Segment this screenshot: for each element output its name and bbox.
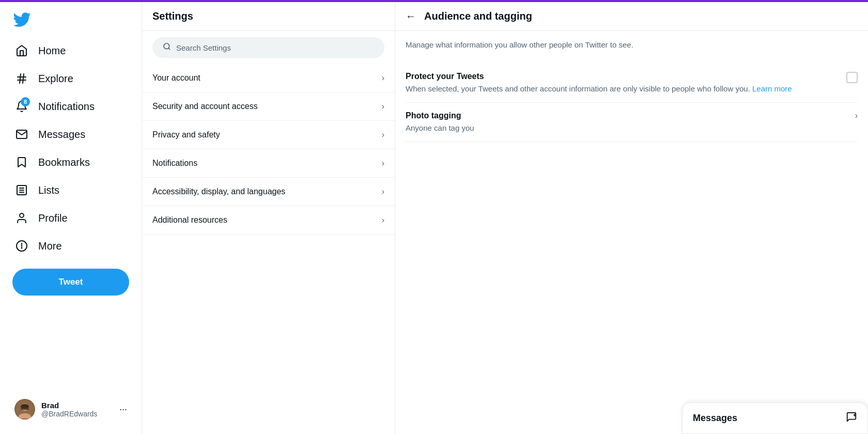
more-label: More [38, 240, 62, 252]
nav-item-more[interactable]: More [6, 233, 135, 259]
protect-tweets-info: Protect your Tweets When selected, your … [406, 72, 838, 94]
settings-item-additional[interactable]: Additional resources › [142, 206, 395, 235]
nav-item-home[interactable]: Home [6, 37, 135, 64]
settings-item-privacy[interactable]: Privacy and safety › [142, 121, 395, 149]
chevron-icon: › [382, 130, 384, 140]
chevron-icon: › [382, 187, 384, 196]
nav-item-bookmarks[interactable]: Bookmarks [6, 149, 135, 176]
settings-item-security[interactable]: Security and account access › [142, 92, 395, 121]
explore-label: Explore [38, 73, 73, 85]
chevron-icon: › [382, 102, 384, 111]
svg-rect-19 [21, 408, 29, 410]
bookmarks-icon [14, 155, 29, 169]
search-placeholder: Search Settings [176, 43, 231, 52]
svg-line-3 [23, 74, 24, 83]
settings-panel: Settings Search Settings Your account › … [142, 2, 395, 434]
home-label: Home [38, 45, 66, 57]
nav-item-lists[interactable]: Lists [6, 177, 135, 204]
user-display-name: Brad [41, 401, 119, 410]
settings-item-notifications[interactable]: Notifications › [142, 149, 395, 178]
settings-header: Settings [142, 2, 395, 31]
messages-bar-title: Messages [693, 413, 737, 424]
photo-tagging-title: Photo tagging [406, 111, 847, 120]
notifications-label: Notifications [38, 101, 95, 113]
svg-line-2 [20, 74, 21, 83]
protect-tweets-title: Protect your Tweets [406, 72, 838, 81]
twitter-logo[interactable] [6, 6, 135, 35]
lists-label: Lists [38, 184, 59, 196]
messages-bar[interactable]: Messages [682, 402, 868, 434]
tweet-button[interactable]: Tweet [12, 269, 129, 296]
user-info: Brad @BradREdwards [41, 401, 119, 418]
chevron-icon: › [382, 159, 384, 168]
more-icon [14, 239, 29, 253]
back-button[interactable]: ← [406, 10, 416, 22]
messages-icon [14, 127, 29, 142]
learn-more-link[interactable]: Learn more [752, 84, 792, 93]
photo-tagging-chevron: › [855, 111, 858, 120]
app-container: Home Explore 8 Notifications [0, 2, 868, 434]
settings-list: Your account › Security and account acce… [142, 64, 395, 434]
right-title: Audience and tagging [424, 10, 532, 22]
svg-point-8 [20, 213, 24, 218]
right-content: Manage what information you allow other … [395, 31, 868, 434]
protect-tweets-desc: When selected, your Tweets and other acc… [406, 83, 838, 94]
user-more-dots: ··· [119, 404, 127, 415]
nav-item-explore[interactable]: Explore [6, 65, 135, 92]
protect-tweets-checkbox-wrap[interactable] [846, 72, 858, 83]
home-icon [14, 43, 29, 58]
compose-message-icon[interactable] [846, 411, 857, 425]
nav-item-messages[interactable]: Messages [6, 121, 135, 148]
profile-label: Profile [38, 212, 68, 224]
nav-item-profile[interactable]: Profile [6, 205, 135, 231]
settings-item-accessibility[interactable]: Accessibility, display, and languages › [142, 178, 395, 206]
search-icon [163, 42, 171, 53]
svg-point-20 [164, 43, 169, 49]
settings-title: Settings [152, 10, 384, 22]
user-handle: @BradREdwards [41, 410, 119, 418]
avatar [14, 399, 35, 420]
photo-tagging-desc: Anyone can tag you [406, 122, 847, 133]
protect-tweets-row: Protect your Tweets When selected, your … [406, 64, 858, 103]
messages-label: Messages [38, 129, 85, 141]
user-profile-area[interactable]: Brad @BradREdwards ··· [6, 393, 135, 426]
photo-tagging-info: Photo tagging Anyone can tag you [406, 111, 847, 133]
right-subtitle: Manage what information you allow other … [406, 39, 858, 51]
right-header: ← Audience and tagging [395, 2, 868, 31]
explore-icon [14, 71, 29, 86]
photo-tagging-row[interactable]: Photo tagging Anyone can tag you › [406, 103, 858, 142]
photo-tagging-action: › [855, 111, 858, 120]
sidebar: Home Explore 8 Notifications [0, 2, 142, 434]
settings-item-your-account[interactable]: Your account › [142, 64, 395, 92]
protect-tweets-checkbox[interactable] [846, 72, 858, 83]
notifications-icon: 8 [14, 99, 29, 114]
profile-icon [14, 211, 29, 225]
notification-badge: 8 [21, 97, 30, 106]
chevron-icon: › [382, 73, 384, 83]
chevron-icon: › [382, 215, 384, 225]
right-panel: ← Audience and tagging Manage what infor… [395, 2, 868, 434]
search-bar[interactable]: Search Settings [152, 37, 384, 58]
svg-line-21 [168, 48, 170, 50]
nav-item-notifications[interactable]: 8 Notifications [6, 93, 135, 120]
lists-icon [14, 183, 29, 197]
bookmarks-label: Bookmarks [38, 157, 90, 168]
